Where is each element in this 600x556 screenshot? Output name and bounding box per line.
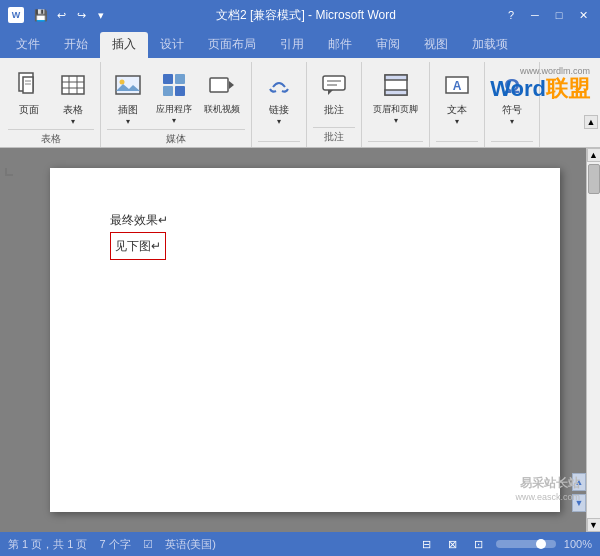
- word-lianmeng-logo: www.wordlm.com Word联盟: [490, 66, 590, 100]
- video-button[interactable]: 联机视频: [199, 66, 245, 119]
- pages-label: 页面: [19, 103, 39, 117]
- ribbon-group-text: A 文本 ▾: [432, 62, 485, 147]
- comments-group-label: 批注: [313, 127, 355, 147]
- ribbon-tabs: 文件 开始 插入 设计 页面布局 引用 邮件 审阅 视图 加载项: [0, 30, 600, 58]
- header-footer-button[interactable]: 页眉和页脚 ▾: [368, 66, 423, 128]
- apps-icon: [158, 69, 190, 101]
- header-footer-label: 页眉和页脚: [373, 103, 418, 116]
- text-icon: A: [441, 69, 473, 101]
- svg-rect-15: [210, 78, 228, 92]
- header-footer-group-label: [368, 141, 423, 147]
- tab-home[interactable]: 开始: [52, 32, 100, 58]
- quick-access-toolbar: 💾 ↩ ↪ ▾: [32, 6, 110, 24]
- zoom-slider[interactable]: [496, 540, 556, 548]
- comment-button[interactable]: 批注: [313, 66, 355, 120]
- table-button[interactable]: 表格 ▾: [52, 66, 94, 129]
- watermark-url: www.easck.com: [515, 492, 580, 502]
- vertical-scrollbar: ▲ ▼: [586, 148, 600, 532]
- header-footer-buttons: 页眉和页脚 ▾: [368, 62, 423, 141]
- svg-rect-9: [116, 76, 140, 94]
- table-label: 表格: [63, 103, 83, 117]
- pages-icon: [13, 69, 45, 101]
- maximize-button[interactable]: □: [550, 7, 568, 23]
- scroll-thumb[interactable]: [588, 164, 600, 194]
- status-right-area: ⊟ ⊠ ⊡ 100%: [418, 536, 592, 552]
- links-icon: [263, 69, 295, 101]
- apps-button[interactable]: 应用程序 ▾: [151, 66, 197, 128]
- apps-label: 应用程序: [156, 103, 192, 116]
- window-title: 文档2 [兼容模式] - Microsoft Word: [110, 7, 502, 24]
- svg-rect-12: [175, 74, 185, 84]
- zoom-handle[interactable]: [536, 539, 546, 549]
- svg-rect-4: [62, 76, 84, 94]
- web-layout-view-button[interactable]: ⊡: [470, 536, 488, 552]
- document-area: 最终效果↵ 见下图↵ ▲ ▼ ▲ ▼ 易采站长站 www.easck.com: [0, 148, 600, 532]
- highlighted-text: 见下图↵: [110, 232, 166, 260]
- tab-insert[interactable]: 插入: [100, 32, 148, 58]
- undo-icon[interactable]: ↩: [52, 6, 70, 24]
- links-group-label: [258, 141, 300, 147]
- svg-rect-1: [23, 77, 33, 93]
- close-button[interactable]: ✕: [574, 7, 592, 23]
- symbols-label: 符号: [502, 103, 522, 117]
- title-bar-left: W 💾 ↩ ↪ ▾: [8, 6, 110, 24]
- text-buttons: A 文本 ▾: [436, 62, 478, 141]
- document-content: 最终效果↵ 见下图↵: [110, 208, 500, 260]
- svg-text:A: A: [453, 79, 462, 93]
- header-footer-icon: [380, 69, 412, 101]
- scroll-down-arrow[interactable]: ▼: [587, 518, 601, 532]
- ribbon-group-illustrations: 插图 ▾ 应用程序 ▾: [103, 62, 252, 147]
- picture-icon: [112, 69, 144, 101]
- ribbon-group-comments: 批注 批注: [309, 62, 362, 147]
- tab-review[interactable]: 审阅: [364, 32, 412, 58]
- text-button[interactable]: A 文本 ▾: [436, 66, 478, 129]
- ribbon-collapse-button[interactable]: ▲: [584, 115, 598, 129]
- watermark-brand: 易采站长站: [515, 475, 580, 492]
- svg-rect-13: [163, 86, 173, 96]
- picture-button[interactable]: 插图 ▾: [107, 66, 149, 129]
- pages-group-label: 表格: [8, 129, 94, 149]
- video-label: 联机视频: [204, 103, 240, 116]
- scroll-track[interactable]: [587, 162, 600, 518]
- tab-mailings[interactable]: 邮件: [316, 32, 364, 58]
- ribbon-group-pages: 页面 表格 ▾ 表格: [4, 62, 101, 147]
- spell-check-icon[interactable]: ☑: [143, 538, 153, 551]
- video-icon: [206, 69, 238, 101]
- pages-buttons: 页面 表格 ▾: [8, 62, 94, 129]
- comments-buttons: 批注: [313, 62, 355, 127]
- symbols-group-label: [491, 141, 533, 147]
- comment-icon: [318, 69, 350, 101]
- links-button[interactable]: 链接 ▾: [258, 66, 300, 129]
- window-controls: ? ─ □ ✕: [502, 7, 592, 23]
- tab-view[interactable]: 视图: [412, 32, 460, 58]
- save-icon[interactable]: 💾: [32, 6, 50, 24]
- scroll-up-arrow[interactable]: ▲: [587, 148, 601, 162]
- pages-button[interactable]: 页面: [8, 66, 50, 120]
- svg-rect-17: [323, 76, 345, 90]
- picture-label: 插图: [118, 103, 138, 117]
- table-icon: [57, 69, 89, 101]
- tab-page-layout[interactable]: 页面布局: [196, 32, 268, 58]
- print-layout-view-button[interactable]: ⊟: [418, 536, 436, 552]
- customize-icon[interactable]: ▾: [92, 6, 110, 24]
- redo-icon[interactable]: ↪: [72, 6, 90, 24]
- doc-line-1: 最终效果↵: [110, 208, 500, 232]
- tab-design[interactable]: 设计: [148, 32, 196, 58]
- tab-addins[interactable]: 加载项: [460, 32, 520, 58]
- svg-rect-14: [175, 86, 185, 96]
- tab-references[interactable]: 引用: [268, 32, 316, 58]
- svg-rect-22: [385, 75, 407, 80]
- tab-file[interactable]: 文件: [4, 32, 52, 58]
- help-button[interactable]: ?: [502, 7, 520, 23]
- word-count: 7 个字: [99, 537, 130, 552]
- full-reading-view-button[interactable]: ⊠: [444, 536, 462, 552]
- svg-rect-11: [163, 74, 173, 84]
- ribbon-group-links: 链接 ▾: [254, 62, 307, 147]
- ribbon-content: 页面 表格 ▾ 表格: [0, 58, 600, 148]
- document-page[interactable]: 最终效果↵ 见下图↵: [50, 168, 560, 512]
- left-margin-marker: [5, 168, 13, 176]
- minimize-button[interactable]: ─: [526, 7, 544, 23]
- links-buttons: 链接 ▾: [258, 62, 300, 141]
- word-logo-url: www.wordlm.com: [520, 66, 590, 76]
- ribbon-group-header-footer: 页眉和页脚 ▾: [364, 62, 430, 147]
